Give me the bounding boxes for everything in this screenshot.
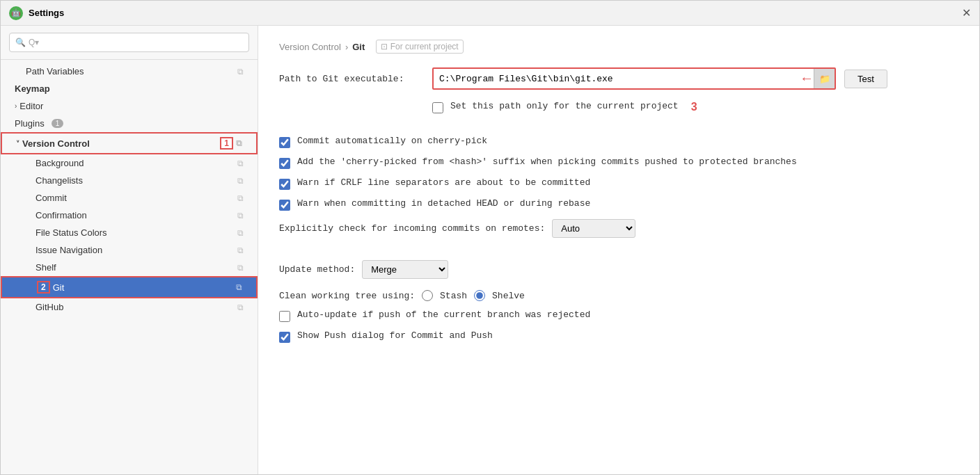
update-method-row: Update method: Merge Rebase Branch Defau… <box>279 260 958 279</box>
sidebar-item-label: Editor <box>19 101 43 111</box>
auto-update-row: Auto-update if push of the current branc… <box>279 309 958 322</box>
breadcrumb-part1[interactable]: Version Control <box>279 42 341 52</box>
sidebar-item-plugins[interactable]: Plugins 1 <box>1 115 258 132</box>
incoming-select[interactable]: Auto Always Never <box>552 219 635 238</box>
sidebar-item-label: Background <box>35 158 84 168</box>
sidebar-item-editor[interactable]: › Editor <box>1 97 258 115</box>
path-input[interactable]: C:\Program Files\Git\bin\git.exe <box>434 70 800 88</box>
path-label: Path to Git executable: <box>279 74 432 84</box>
sidebar-item-issue-navigation[interactable]: Issue Navigation ⧉ <box>1 241 258 259</box>
sidebar-item-changelists[interactable]: Changelists ⧉ <box>1 172 258 189</box>
detached-row: Warn when committing in detached HEAD or… <box>279 198 958 211</box>
cherry-pick-checkbox[interactable] <box>279 137 290 148</box>
window-title: Settings <box>29 8 962 18</box>
sidebar-item-shelf[interactable]: Shelf ⧉ <box>1 259 258 276</box>
copy-icon: ⧉ <box>237 211 244 220</box>
copy-icon: ⧉ <box>237 176 244 186</box>
search-input[interactable]: 🔍 Q▾ <box>9 33 249 52</box>
breadcrumb-part2: Git <box>352 42 365 52</box>
main-content: 🔍 Q▾ Path Variables ⧉ Keymap › <box>1 26 979 474</box>
path-input-wrapper: C:\Program Files\Git\bin\git.exe ← 📁 <box>432 67 836 90</box>
copy-icon: ⧉ <box>237 303 244 312</box>
sidebar-item-keymap[interactable]: Keymap <box>1 80 258 97</box>
search-bar: 🔍 Q▾ <box>1 26 258 60</box>
path-form-row: Path to Git executable: C:\Program Files… <box>279 67 958 90</box>
set-path-label: Set this path only for the current proje… <box>450 101 679 111</box>
sidebar-item-commit[interactable]: Commit ⧉ <box>1 189 258 207</box>
copy-icon: ⧉ <box>237 193 244 203</box>
nav-list: Path Variables ⧉ Keymap › Editor <box>1 60 258 474</box>
detached-checkbox[interactable] <box>279 200 290 211</box>
sidebar-item-path-variables[interactable]: Path Variables ⧉ <box>1 63 258 80</box>
copy-icon: ⧉ <box>237 263 244 273</box>
shelve-radio[interactable] <box>474 290 485 301</box>
content-panel: Version Control › Git ⊡ For current proj… <box>258 26 979 474</box>
incoming-row: Explicitly check for incoming commits on… <box>279 219 958 238</box>
detached-label: Warn when committing in detached HEAD or… <box>297 198 590 209</box>
auto-update-checkbox[interactable] <box>279 311 290 322</box>
set-path-checkbox[interactable] <box>432 102 443 113</box>
sidebar-item-label: Commit <box>35 193 67 203</box>
incoming-label: Explicitly check for incoming commits on… <box>279 223 545 234</box>
sidebar-item-label: Changelists <box>35 175 83 186</box>
cherry-hash-checkbox[interactable] <box>279 158 290 169</box>
copy-icon: ⧉ <box>237 228 244 238</box>
sidebar-item-github[interactable]: GitHub ⧉ <box>1 298 258 316</box>
clean-label: Clean working tree using: <box>279 291 415 301</box>
sidebar-item-label: GitHub <box>35 302 63 312</box>
breadcrumb-separator: › <box>345 42 348 52</box>
update-label: Update method: <box>279 264 355 275</box>
sidebar-item-version-control[interactable]: ˅ Version Control 1 ⧉ <box>1 132 258 154</box>
arrow-icon: ← <box>803 71 811 87</box>
app-icon: 🤖 <box>9 6 23 20</box>
chevron-down-icon: ˅ <box>16 140 19 147</box>
settings-window: 🤖 Settings ✕ 🔍 Q▾ Path Variables ⧉ K <box>0 0 980 475</box>
breadcrumb: Version Control › Git ⊡ For current proj… <box>279 40 958 54</box>
set-path-row: Set this path only for the current proje… <box>432 101 958 113</box>
stash-label: Stash <box>440 291 467 301</box>
cherry-pick-label: Commit automatically on cherry-pick <box>297 136 487 146</box>
update-select[interactable]: Merge Rebase Branch Default <box>362 260 448 279</box>
project-link[interactable]: ⊡ For current project <box>376 40 463 54</box>
sidebar-item-label: Git <box>53 282 65 293</box>
close-button[interactable]: ✕ <box>962 6 971 19</box>
shelve-label: Shelve <box>492 291 525 301</box>
browse-button[interactable]: 📁 <box>814 69 835 88</box>
sidebar-item-label: Confirmation <box>35 210 87 220</box>
sidebar-item-file-status-colors[interactable]: File Status Colors ⧉ <box>1 224 258 241</box>
plugins-badge: 1 <box>52 119 64 128</box>
show-push-label: Show Push dialog for Commit and Push <box>297 330 493 341</box>
chevron-right-icon: › <box>15 102 17 110</box>
copy-icon: ⧉ <box>236 282 242 292</box>
auto-update-label: Auto-update if push of the current branc… <box>297 309 590 320</box>
copy-icon: ⧉ <box>236 138 242 148</box>
sidebar-item-label: Path Variables <box>26 66 84 77</box>
annotation-2: 2 <box>37 281 50 293</box>
sidebar-item-label: Plugins <box>15 118 45 129</box>
sidebar-item-label: File Status Colors <box>35 227 107 238</box>
sidebar-item-background[interactable]: Background ⧉ <box>1 154 258 172</box>
annotation-1: 1 <box>220 137 233 150</box>
cherry-hash-row: Add the 'cherry-picked from <hash>' suff… <box>279 156 958 169</box>
show-push-checkbox[interactable] <box>279 332 290 343</box>
crlf-checkbox[interactable] <box>279 179 290 190</box>
annotation-3: 3 <box>691 101 697 113</box>
sidebar-item-label: Shelf <box>35 262 56 273</box>
sidebar-item-confirmation[interactable]: Confirmation ⧉ <box>1 207 258 224</box>
crlf-label: Warn if CRLF line separators are about t… <box>297 177 590 188</box>
copy-icon: ⧉ <box>237 159 244 168</box>
sidebar-item-git[interactable]: 2 Git ⧉ <box>1 276 258 298</box>
sidebar-item-label: Version Control <box>22 138 90 149</box>
crlf-row: Warn if CRLF line separators are about t… <box>279 177 958 190</box>
copy-icon: ⧉ <box>237 67 244 77</box>
cherry-pick-row: Commit automatically on cherry-pick <box>279 136 958 148</box>
copy-icon: ⧉ <box>237 245 244 255</box>
titlebar: 🤖 Settings ✕ <box>1 1 979 26</box>
sidebar-item-label: Keymap <box>15 83 50 94</box>
clean-tree-row: Clean working tree using: Stash Shelve <box>279 290 958 301</box>
search-icon: 🔍 <box>15 38 26 47</box>
test-button[interactable]: Test <box>844 70 887 88</box>
sidebar-item-label: Issue Navigation <box>35 245 102 255</box>
cherry-hash-label: Add the 'cherry-picked from <hash>' suff… <box>297 156 797 167</box>
stash-radio[interactable] <box>422 290 433 301</box>
